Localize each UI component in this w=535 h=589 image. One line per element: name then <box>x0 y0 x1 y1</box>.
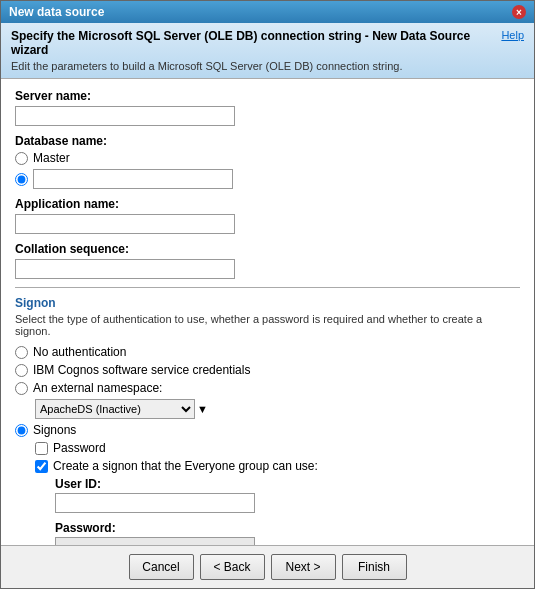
scroll-area: Server name: Database name: Master Appli… <box>1 79 534 545</box>
header-text: Specify the Microsoft SQL Server (OLE DB… <box>11 29 501 72</box>
signons-radio[interactable] <box>15 424 28 437</box>
no-auth-radio[interactable] <box>15 346 28 359</box>
cancel-button[interactable]: Cancel <box>129 554 194 580</box>
password-label: Password: <box>55 521 520 535</box>
signon-divider <box>15 287 520 288</box>
header-title: Specify the Microsoft SQL Server (OLE DB… <box>11 29 501 57</box>
password-checkbox-label: Password <box>53 441 106 455</box>
collation-label: Collation sequence: <box>15 242 520 256</box>
ibm-cognos-label: IBM Cognos software service credentials <box>33 363 250 377</box>
back-button[interactable]: < Back <box>200 554 265 580</box>
db-master-radio[interactable] <box>15 152 28 165</box>
signons-sub-section: Password Create a signon that the Everyo… <box>35 441 520 545</box>
app-name-group: Application name: <box>15 197 520 234</box>
signon-desc: Select the type of authentication to use… <box>15 313 520 337</box>
db-custom-input[interactable] <box>33 169 233 189</box>
user-id-label: User ID: <box>55 477 520 491</box>
signon-options: No authentication IBM Cognos software se… <box>15 345 520 545</box>
help-link[interactable]: Help <box>501 29 524 41</box>
app-name-label: Application name: <box>15 197 520 211</box>
signon-sub-fields: User ID: Password: Confirm password: <box>55 477 520 545</box>
header-bar: Specify the Microsoft SQL Server (OLE DB… <box>1 23 534 79</box>
password-input[interactable] <box>55 537 255 545</box>
window-title: New data source <box>9 5 104 19</box>
bottom-bar: Cancel < Back Next > Finish <box>1 545 534 588</box>
db-master-label: Master <box>33 151 70 165</box>
db-custom-radio[interactable] <box>15 173 28 186</box>
finish-button[interactable]: Finish <box>342 554 407 580</box>
ibm-cognos-radio[interactable] <box>15 364 28 377</box>
server-name-group: Server name: <box>15 89 520 126</box>
title-bar: New data source × <box>1 1 534 23</box>
password-checkbox-row: Password <box>35 441 520 455</box>
app-name-input[interactable] <box>15 214 235 234</box>
create-signon-checkbox[interactable] <box>35 460 48 473</box>
external-ns-label: An external namespace: <box>33 381 162 395</box>
external-ns-radio[interactable] <box>15 382 28 395</box>
no-auth-label: No authentication <box>33 345 126 359</box>
password-checkbox[interactable] <box>35 442 48 455</box>
namespace-dropdown-row: ApacheDS (Inactive) ▼ <box>35 399 520 419</box>
window: New data source × Specify the Microsoft … <box>0 0 535 589</box>
signon-section: Signon Select the type of authentication… <box>15 296 520 545</box>
db-radio-master-row: Master <box>15 151 520 165</box>
namespace-select[interactable]: ApacheDS (Inactive) <box>35 399 195 419</box>
create-signon-label: Create a signon that the Everyone group … <box>53 459 318 473</box>
header-subtitle: Edit the parameters to build a Microsoft… <box>11 60 501 72</box>
user-id-group: User ID: <box>55 477 520 513</box>
database-name-group: Database name: Master <box>15 134 520 189</box>
next-button[interactable]: Next > <box>271 554 336 580</box>
external-ns-option: An external namespace: <box>15 381 520 395</box>
signon-title: Signon <box>15 296 520 310</box>
database-name-label: Database name: <box>15 134 520 148</box>
collation-group: Collation sequence: <box>15 242 520 279</box>
collation-input[interactable] <box>15 259 235 279</box>
server-name-label: Server name: <box>15 89 520 103</box>
close-button[interactable]: × <box>512 5 526 19</box>
signons-label: Signons <box>33 423 76 437</box>
dropdown-arrow-icon: ▼ <box>197 403 208 415</box>
server-name-input[interactable] <box>15 106 235 126</box>
ibm-cognos-option: IBM Cognos software service credentials <box>15 363 520 377</box>
no-auth-option: No authentication <box>15 345 520 359</box>
password-group: Password: <box>55 521 520 545</box>
user-id-input[interactable] <box>55 493 255 513</box>
create-signon-checkbox-row: Create a signon that the Everyone group … <box>35 459 520 473</box>
signons-option: Signons <box>15 423 520 437</box>
main-content: Specify the Microsoft SQL Server (OLE DB… <box>1 23 534 588</box>
db-radio-custom-row <box>15 169 520 189</box>
